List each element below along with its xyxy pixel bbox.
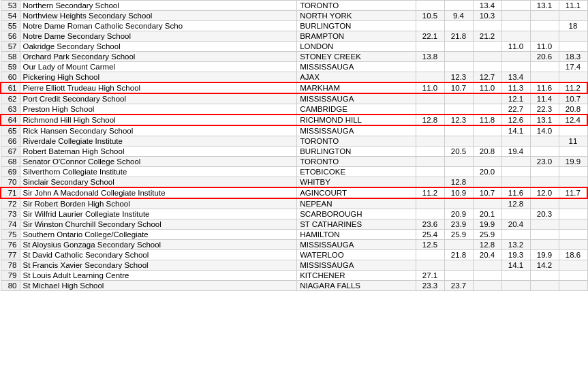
table-cell: 10.7 xyxy=(559,93,587,104)
table-cell: 20.4 xyxy=(501,219,530,230)
table-cell xyxy=(473,62,501,72)
table-row: 56Notre Dame Secondary SchoolBRAMPTON22.… xyxy=(1,31,587,42)
table-cell: 64 xyxy=(1,115,20,125)
table-cell: 23.3 xyxy=(416,281,444,291)
table-cell: 17.4 xyxy=(559,62,587,72)
table-row: 76St Aloysius Gonzaga Secondary SchoolMI… xyxy=(1,240,587,250)
table-cell: St Louis Adult Learning Centre xyxy=(20,271,297,281)
table-cell: 80 xyxy=(1,281,20,291)
table-cell: 11.4 xyxy=(530,93,559,104)
table-cell: Sir Robert Borden High School xyxy=(20,198,297,209)
table-cell xyxy=(444,125,473,136)
table-row: 61Pierre Elliott Trudeau High SchoolMARK… xyxy=(1,82,587,93)
table-cell: Sinclair Secondary School xyxy=(20,177,297,188)
table-cell: MISSISSAUGA xyxy=(297,62,416,72)
table-cell: 79 xyxy=(1,271,20,281)
table-cell: 23.0 xyxy=(530,157,559,167)
table-cell: 11.2 xyxy=(559,82,587,93)
table-cell xyxy=(473,136,501,147)
table-cell: 74 xyxy=(1,219,20,230)
table-cell xyxy=(559,209,587,219)
table-cell: Preston High School xyxy=(20,104,297,115)
table-cell xyxy=(473,198,501,209)
table-cell: 11 xyxy=(559,136,587,147)
table-row: 59Our Lady of Mount CarmelMISSISSAUGA17.… xyxy=(1,62,587,72)
table-cell: ST CATHARINES xyxy=(297,219,416,230)
table-cell xyxy=(501,177,530,188)
table-cell xyxy=(530,136,559,147)
table-cell: 78 xyxy=(1,260,20,271)
table-cell: TORONTO xyxy=(297,136,416,147)
table-cell xyxy=(444,240,473,250)
table-cell xyxy=(444,260,473,271)
table-cell: 20.5 xyxy=(444,147,473,157)
table-cell: 12.1 xyxy=(501,93,530,104)
table-row: 54Northview Heights Secondary SchoolNORT… xyxy=(1,11,587,21)
table-cell: Pierre Elliott Trudeau High School xyxy=(20,82,297,93)
table-cell xyxy=(501,209,530,219)
table-cell: 11.2 xyxy=(416,187,444,198)
table-cell xyxy=(416,167,444,177)
table-cell: 12.0 xyxy=(530,187,559,198)
table-cell: LONDON xyxy=(297,42,416,52)
table-cell: MARKHAM xyxy=(297,82,416,93)
table-cell xyxy=(559,72,587,83)
table-cell xyxy=(530,147,559,157)
table-cell: 19.4 xyxy=(501,147,530,157)
table-cell xyxy=(416,147,444,157)
table-cell xyxy=(530,177,559,188)
table-cell: 22.3 xyxy=(530,104,559,115)
table-cell: 12.6 xyxy=(501,115,530,125)
table-cell xyxy=(444,136,473,147)
table-row: 68Senator O'Connor College SchoolTORONTO… xyxy=(1,157,587,167)
table-cell: 19.9 xyxy=(559,157,587,167)
table-cell xyxy=(416,136,444,147)
table-cell xyxy=(559,11,587,21)
table-cell: Silverthorn Collegiate Institute xyxy=(20,167,297,177)
table-cell xyxy=(559,177,587,188)
table-cell: 11.3 xyxy=(501,82,530,93)
table-cell xyxy=(530,219,559,230)
table-cell xyxy=(444,52,473,62)
table-cell: 69 xyxy=(1,167,20,177)
table-cell: BURLINGTON xyxy=(297,21,416,31)
table-cell xyxy=(501,31,530,42)
table-cell: St Michael High School xyxy=(20,281,297,291)
table-cell: 21.8 xyxy=(444,250,473,260)
table-cell: Riverdale Collegiate Institute xyxy=(20,136,297,147)
table-cell xyxy=(501,157,530,167)
table-cell: 60 xyxy=(1,72,20,83)
table-cell xyxy=(473,21,501,31)
table-row: 66Riverdale Collegiate InstituteTORONTO1… xyxy=(1,136,587,147)
table-cell: 11.0 xyxy=(416,82,444,93)
table-cell xyxy=(416,21,444,31)
table-cell: Robert Bateman High School xyxy=(20,147,297,157)
table-cell: Notre Dame Roman Catholic Secondary Scho xyxy=(20,21,297,31)
table-cell: 14.1 xyxy=(501,125,530,136)
table-cell xyxy=(444,157,473,167)
table-cell: 13.4 xyxy=(473,1,501,11)
table-cell: Northview Heights Secondary School xyxy=(20,11,297,21)
table-cell: TORONTO xyxy=(297,157,416,167)
table-cell: 11.6 xyxy=(501,187,530,198)
table-cell xyxy=(416,250,444,260)
table-cell: Sir Wilfrid Laurier Collegiate Institute xyxy=(20,209,297,219)
table-cell: 13.2 xyxy=(501,240,530,250)
table-cell xyxy=(473,104,501,115)
table-cell: 22.7 xyxy=(501,104,530,115)
table-cell: BURLINGTON xyxy=(297,147,416,157)
table-cell: NIAGARA FALLS xyxy=(297,281,416,291)
table-cell xyxy=(473,177,501,188)
table-cell: ETOBICOKE xyxy=(297,167,416,177)
table-cell: 11.8 xyxy=(473,115,501,125)
table-cell: 54 xyxy=(1,11,20,21)
table-cell: 18.6 xyxy=(559,250,587,260)
table-cell: 65 xyxy=(1,125,20,136)
table-cell xyxy=(416,198,444,209)
table-cell: 72 xyxy=(1,198,20,209)
table-cell: 10.5 xyxy=(416,11,444,21)
table-cell xyxy=(530,11,559,21)
table-cell: Northern Secondary School xyxy=(20,1,297,11)
table-cell: 20.6 xyxy=(530,52,559,62)
table-row: 71Sir John A Macdonald Collegiate Instit… xyxy=(1,187,587,198)
